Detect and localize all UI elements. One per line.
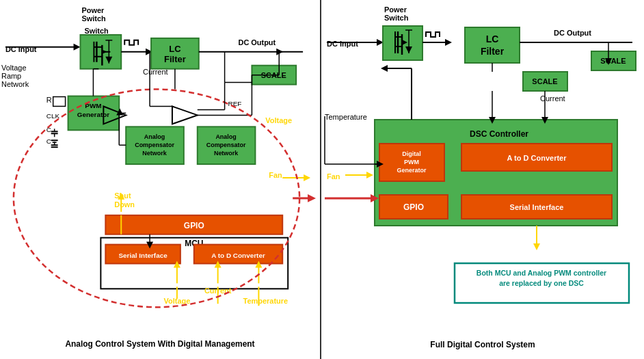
svg-text:Analog Control System With Dig: Analog Control System With Digital Manag… — [65, 339, 254, 349]
svg-text:GPIO: GPIO — [184, 221, 204, 230]
svg-rect-37 — [53, 97, 66, 107]
right-panel: DC Input Power Switch — [321, 0, 644, 359]
svg-text:Current: Current — [540, 94, 565, 103]
svg-text:Fan: Fan — [269, 171, 282, 179]
svg-text:Generator: Generator — [397, 167, 427, 174]
svg-marker-97 — [308, 194, 316, 202]
svg-point-95 — [14, 90, 299, 308]
svg-marker-131 — [445, 39, 452, 46]
svg-text:DC Input: DC Input — [327, 40, 358, 48]
svg-text:DC Output: DC Output — [239, 38, 276, 46]
svg-text:Serial Interface: Serial Interface — [510, 203, 564, 211]
left-diagram: DC Input Power Switch Switch — [0, 0, 320, 359]
svg-text:Voltage: Voltage — [1, 64, 27, 72]
svg-text:Switch: Switch — [84, 27, 108, 35]
svg-text:Digital: Digital — [402, 150, 421, 157]
svg-text:Temperature: Temperature — [243, 297, 288, 305]
svg-text:Fan: Fan — [327, 172, 340, 181]
svg-text:Generator: Generator — [77, 111, 110, 118]
svg-text:Analog: Analog — [215, 133, 236, 140]
svg-text:C: C — [46, 137, 51, 145]
svg-marker-60 — [172, 106, 198, 124]
svg-text:Temperature: Temperature — [325, 113, 367, 121]
svg-text:R: R — [46, 96, 52, 104]
left-panel: DC Input Power Switch Switch — [0, 0, 321, 359]
svg-text:Network: Network — [142, 150, 166, 157]
svg-text:A to D Converter: A to D Converter — [507, 154, 567, 162]
svg-text:Filter: Filter — [164, 54, 186, 64]
svg-text:Voltage: Voltage — [265, 116, 292, 124]
svg-text:Filter: Filter — [481, 46, 505, 57]
svg-text:SCALE: SCALE — [600, 57, 626, 65]
svg-text:DSC Controller: DSC Controller — [470, 129, 528, 139]
svg-text:DC Output: DC Output — [554, 29, 591, 37]
svg-rect-132 — [465, 27, 520, 63]
svg-marker-2 — [74, 44, 81, 51]
svg-text:Down: Down — [114, 200, 135, 209]
right-diagram: DC Input Power Switch — [321, 0, 644, 359]
svg-marker-89 — [304, 174, 310, 181]
svg-text:are replaced by one DSC: are replaced by one DSC — [499, 279, 584, 287]
svg-text:PWM: PWM — [404, 159, 419, 165]
svg-text:SCALE: SCALE — [532, 77, 557, 85]
svg-text:Switch: Switch — [384, 14, 409, 22]
svg-marker-161 — [381, 65, 388, 72]
svg-marker-146 — [366, 172, 373, 178]
svg-text:Serial Interface: Serial Interface — [118, 252, 167, 259]
svg-text:Current: Current — [143, 68, 167, 76]
svg-text:Compensator: Compensator — [135, 142, 174, 148]
svg-rect-6 — [80, 35, 121, 69]
svg-text:Full Digital Control System: Full Digital Control System — [430, 340, 535, 349]
svg-text:Analog: Analog — [144, 133, 165, 140]
svg-text:Ramp: Ramp — [1, 72, 21, 80]
svg-text:GPIO: GPIO — [403, 202, 424, 212]
svg-text:Compensator: Compensator — [206, 142, 246, 148]
svg-text:Network: Network — [214, 150, 238, 157]
svg-text:Switch: Switch — [81, 14, 105, 23]
svg-text:Power: Power — [81, 6, 105, 14]
main-container: DC Input Power Switch Switch — [0, 0, 644, 359]
svg-text:LC: LC — [486, 34, 499, 44]
svg-text:Network: Network — [1, 80, 29, 88]
svg-marker-174 — [533, 243, 540, 250]
svg-text:Power: Power — [384, 5, 407, 14]
svg-text:A to D Converter: A to D Converter — [211, 252, 265, 259]
svg-text:Both MCU and Analog PWM contro: Both MCU and Analog PWM controller — [477, 269, 606, 277]
svg-text:DC Input: DC Input — [5, 45, 37, 53]
svg-text:LC: LC — [169, 44, 180, 54]
